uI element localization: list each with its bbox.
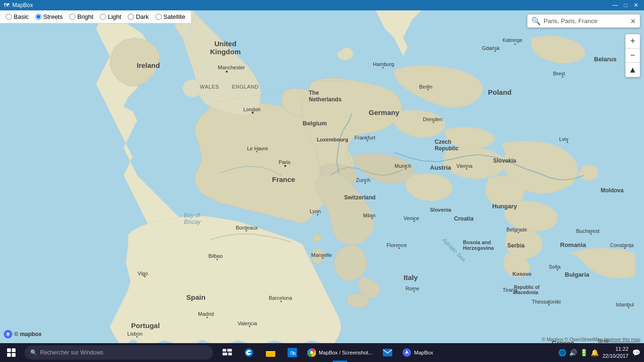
start-square-1 — [7, 348, 11, 352]
style-bright[interactable]: Bright — [69, 13, 93, 20]
controls-bar: Basic Streets Bright Light Dark Satellit… — [0, 10, 191, 24]
style-bright-label: Bright — [77, 13, 93, 20]
start-icon — [7, 348, 16, 357]
attribution-mapbox: © Mapbox — [542, 337, 565, 342]
radio-dark[interactable] — [128, 14, 134, 20]
svg-rect-16 — [383, 349, 392, 356]
app-icon: 🗺 — [4, 2, 9, 8]
taskbar-app-chrome[interactable]: MapBox / Screenshot... — [304, 343, 376, 362]
radio-streets[interactable] — [35, 14, 41, 20]
svg-text:🛍: 🛍 — [290, 350, 296, 356]
radio-basic[interactable] — [6, 14, 12, 20]
taskbar-search-box[interactable]: 🔍 — [25, 346, 213, 360]
taskbar-app-mapbox[interactable]: MapBox — [399, 343, 437, 362]
taskbar-app-explorer[interactable] — [260, 343, 281, 362]
taskbar-search-input[interactable] — [40, 349, 207, 356]
svg-point-9 — [245, 348, 253, 357]
maximize-button[interactable]: □ — [621, 1, 630, 9]
compass-reset-button[interactable]: ▲ — [626, 63, 640, 77]
start-square-4 — [12, 353, 16, 357]
network-icon[interactable]: 🌐 — [558, 349, 566, 356]
search-input[interactable] — [544, 17, 630, 25]
mapbox-logo-text: © mapbox — [14, 331, 41, 337]
start-square-3 — [7, 353, 11, 357]
taskbar-time-value: 11:22 — [603, 346, 628, 353]
zoom-controls[interactable]: + − ▲ — [625, 34, 640, 77]
title-bar: 🗺 MapBox — □ ✕ — [0, 0, 644, 10]
style-satellite-label: Satellite — [164, 13, 185, 20]
svg-rect-7 — [223, 353, 227, 355]
start-square-2 — [12, 348, 16, 352]
radio-light[interactable] — [100, 14, 106, 20]
style-basic[interactable]: Basic — [6, 13, 29, 20]
radio-bright[interactable] — [69, 14, 75, 20]
attribution-osm: © OpenStreetMap — [565, 337, 604, 342]
taskbar-search-icon: 🔍 — [30, 349, 37, 356]
battery-icon: 🔋 — [580, 349, 588, 356]
attribution: © Mapbox © OpenStreetMap Improve this ma… — [542, 337, 640, 342]
notification-icon[interactable]: 🔔 — [591, 349, 599, 356]
svg-rect-8 — [228, 353, 232, 355]
minimize-button[interactable]: — — [611, 1, 619, 9]
style-dark-label: Dark — [136, 13, 149, 20]
taskbar-app-mail[interactable] — [377, 343, 398, 362]
taskbar-right: 🌐 🔊 🔋 🔔 11:22 22/10/2017 💬 — [554, 346, 644, 360]
style-streets[interactable]: Streets — [35, 13, 63, 20]
app-title: MapBox — [12, 2, 33, 8]
taskbar-app-mapbox-label: MapBox — [414, 350, 433, 355]
svg-rect-5 — [223, 349, 226, 352]
start-button[interactable] — [0, 343, 23, 362]
mapbox-logo-icon — [4, 330, 12, 338]
style-basic-label: Basic — [14, 13, 29, 20]
search-box[interactable]: 🔍 ✕ — [527, 14, 640, 28]
close-button[interactable]: ✕ — [632, 1, 640, 9]
style-light-label: Light — [108, 13, 121, 20]
taskbar-apps: 🛍 MapBox / Screenshot... — [215, 343, 439, 362]
taskbar-system-icons: 🌐 🔊 🔋 🔔 — [558, 349, 599, 356]
radio-satellite[interactable] — [156, 14, 162, 20]
taskbar-app-chrome-label: MapBox / Screenshot... — [319, 350, 372, 355]
zoom-out-button[interactable]: − — [626, 49, 640, 63]
map-svg — [0, 10, 644, 343]
style-satellite[interactable]: Satellite — [156, 13, 185, 20]
mapbox-logo: © mapbox — [4, 330, 41, 338]
taskbar-clock[interactable]: 11:22 22/10/2017 — [603, 346, 628, 360]
taskbar-date-value: 22/10/2017 — [603, 353, 628, 360]
svg-rect-6 — [227, 349, 232, 352]
attribution-improve[interactable]: Improve this map — [604, 337, 640, 342]
svg-rect-11 — [266, 351, 270, 352]
title-bar-controls[interactable]: — □ ✕ — [611, 1, 640, 9]
clear-search-button[interactable]: ✕ — [630, 17, 636, 25]
map-container[interactable]: Basic Streets Bright Light Dark Satellit… — [0, 10, 644, 343]
taskbar-app-taskview[interactable] — [217, 343, 238, 362]
taskbar: 🔍 — [0, 343, 644, 362]
style-light[interactable]: Light — [100, 13, 121, 20]
search-icon: 🔍 — [531, 16, 541, 25]
taskbar-app-edge[interactable] — [239, 343, 259, 362]
title-bar-left: 🗺 MapBox — [4, 2, 33, 8]
style-dark[interactable]: Dark — [128, 13, 149, 20]
taskbar-app-store[interactable]: 🛍 — [282, 343, 303, 362]
zoom-in-button[interactable]: + — [626, 34, 640, 49]
volume-icon[interactable]: 🔊 — [569, 349, 577, 356]
style-streets-label: Streets — [43, 13, 63, 20]
action-center-icon[interactable]: 💬 — [632, 349, 640, 356]
